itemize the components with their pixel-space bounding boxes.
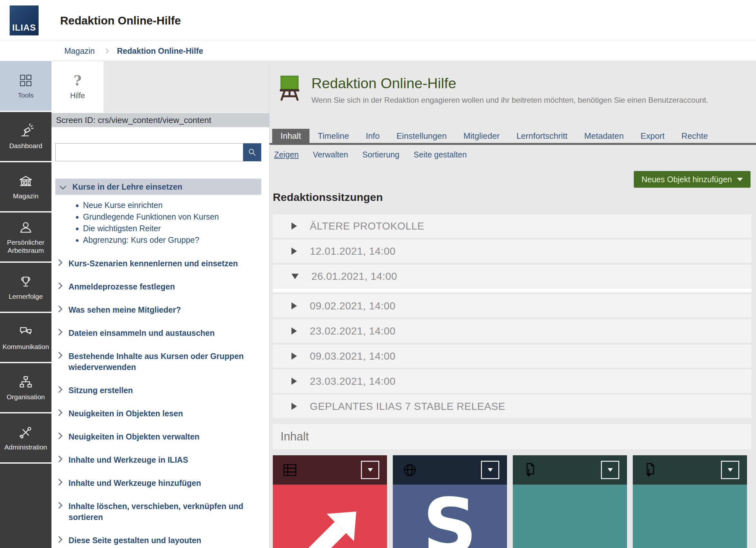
session-unit: 23.03.2021, 14:00 bbox=[273, 370, 751, 393]
tile-menu-button[interactable] bbox=[601, 461, 619, 479]
main-tab[interactable]: Mitglieder bbox=[455, 129, 508, 143]
help-topic-header[interactable]: Inhalte und Werkzeuge in ILIAS bbox=[55, 454, 261, 465]
main-tab[interactable]: Einstellungen bbox=[388, 129, 455, 143]
help-topic-header[interactable]: Sitzung erstellen bbox=[55, 385, 261, 396]
help-topic: Kurs-Szenarien kennenlernen und einsetze… bbox=[55, 258, 261, 269]
help-search-button[interactable] bbox=[243, 143, 261, 161]
chevron-icon bbox=[56, 259, 62, 266]
help-topic-header[interactable]: Dateien einsammeln und austauschen bbox=[55, 328, 261, 339]
screen-id-bar: Screen ID: crs/view_content/view_content bbox=[51, 113, 269, 127]
help-topic-label: Diese Seite gestalten und layouten bbox=[69, 535, 201, 546]
help-topic: Kurse in der Lehre einsetzen Neue Kurse … bbox=[55, 179, 261, 246]
tile-header bbox=[513, 455, 627, 485]
tile-menu-button[interactable] bbox=[361, 461, 379, 479]
sidebar-item[interactable]: Dashboard bbox=[0, 112, 51, 162]
help-search-input[interactable] bbox=[55, 143, 243, 161]
content-tile[interactable] bbox=[273, 455, 387, 548]
grid-icon bbox=[18, 73, 33, 88]
help-topic-header[interactable]: Neuigkeiten in Objekten verwalten bbox=[55, 431, 261, 442]
content-tile[interactable]: S bbox=[393, 455, 507, 548]
sub-tab[interactable]: Zeigen bbox=[274, 150, 299, 159]
session-row[interactable]: GEPLANTES ILIAS 7 STABLE RELEASE bbox=[273, 395, 751, 418]
tile-menu-button[interactable] bbox=[481, 461, 499, 479]
breadcrumb-item-wrap: Redaktion Online-Hilfe bbox=[95, 46, 203, 56]
help-topic-header[interactable]: Was sehen meine Mitglieder? bbox=[55, 304, 261, 315]
main-tab[interactable]: Timeline bbox=[309, 129, 357, 143]
orgchart-icon bbox=[18, 375, 33, 390]
session-label: GEPLANTES ILIAS 7 STABLE RELEASE bbox=[310, 401, 505, 413]
wrench-screwdriver-icon bbox=[18, 425, 33, 440]
sidebar-item[interactable]: Organisation bbox=[0, 363, 51, 413]
caret-down-icon bbox=[368, 468, 373, 472]
session-row[interactable]: 23.03.2021, 14:00 bbox=[273, 370, 751, 393]
help-subtopic-link[interactable]: Grundlegende Funktionen von Kursen bbox=[83, 211, 261, 222]
help-topic-label: Inhalte löschen, verschieben, verknüpfen… bbox=[69, 501, 261, 523]
file-download-icon bbox=[521, 461, 539, 479]
expand-caret-icon bbox=[291, 403, 297, 410]
help-subtopic-link[interactable]: Neue Kurse einrichten bbox=[83, 199, 261, 211]
content-tile[interactable] bbox=[633, 455, 747, 548]
chevron-icon bbox=[56, 329, 62, 336]
sidebar-item[interactable]: Persönlicher Arbeitsraum bbox=[0, 212, 51, 263]
help-topic-header[interactable]: Bestehende Inhalte aus Kursen oder Grupp… bbox=[55, 351, 261, 373]
sidebar-item[interactable]: Administration bbox=[0, 413, 51, 464]
add-object-button[interactable]: Neues Objekt hinzufügen bbox=[634, 171, 751, 188]
main-tab[interactable]: Lernfortschritt bbox=[508, 129, 576, 143]
session-row[interactable]: 09.03.2021, 14:00 bbox=[273, 345, 751, 368]
sub-tab[interactable]: Sortierung bbox=[362, 150, 399, 159]
sidebar-item[interactable]: Lernerfolge bbox=[0, 263, 51, 313]
help-subtopic-link[interactable]: Abgrenzung: Kurs oder Gruppe? bbox=[83, 234, 261, 246]
help-topic-header[interactable]: Neuigkeiten in Objekten lesen bbox=[55, 408, 261, 419]
tile-body bbox=[513, 485, 627, 548]
ilias-logo[interactable]: ILIAS bbox=[10, 5, 39, 35]
sidebar-item[interactable]: Kommunikation bbox=[0, 313, 51, 363]
main-tab[interactable]: Info bbox=[357, 129, 388, 143]
main-tab[interactable]: Inhalt bbox=[272, 129, 309, 143]
session-row[interactable]: 12.01.2021, 14:00 bbox=[273, 239, 751, 263]
session-row[interactable]: ÄLTERE PROTOKOLLE bbox=[273, 214, 751, 237]
sidebar-item[interactable]: Tools bbox=[0, 61, 51, 112]
skype-logo: S bbox=[423, 490, 477, 548]
session-unit: ÄLTERE PROTOKOLLE bbox=[273, 214, 751, 237]
page: ILIAS Redaktion Online-Hilfe Magazin Red… bbox=[0, 0, 756, 548]
lamp-icon bbox=[18, 123, 33, 139]
help-topic-header[interactable]: Kurs-Szenarien kennenlernen und einsetze… bbox=[55, 258, 261, 269]
content-tile[interactable] bbox=[513, 455, 627, 548]
sidebar-item[interactable]: Magazin bbox=[0, 162, 51, 212]
columns: Tools Dashboard Magazin Persönlicher Arb… bbox=[0, 61, 756, 548]
chevron-icon bbox=[56, 502, 62, 509]
session-row[interactable]: 26.01.2021, 14:00 bbox=[273, 265, 751, 288]
breadcrumb-item[interactable]: Redaktion Online-Hilfe bbox=[117, 46, 203, 56]
help-search bbox=[55, 143, 261, 161]
help-topic: Neuigkeiten in Objekten lesen bbox=[55, 408, 261, 419]
session-unit: 12.01.2021, 14:00 bbox=[273, 239, 751, 263]
sub-tab[interactable]: Seite gestalten bbox=[414, 150, 467, 159]
tab-hilfe[interactable]: ? Hilfe bbox=[51, 61, 104, 113]
breadcrumb-item[interactable]: Magazin bbox=[64, 46, 95, 56]
chevron-icon bbox=[56, 432, 62, 439]
help-topic-label: Was sehen meine Mitglieder? bbox=[69, 304, 181, 315]
help-topic-header[interactable]: Inhalte löschen, verschieben, verknüpfen… bbox=[55, 501, 261, 523]
help-topic-label: Inhalte und Werkzeuge in ILIAS bbox=[69, 454, 188, 465]
help-topic: Inhalte und Werkzeuge hinzufügen bbox=[55, 478, 261, 488]
help-topic-header[interactable]: Kurse in der Lehre einsetzen bbox=[55, 179, 261, 195]
main-tab[interactable]: Metadaten bbox=[576, 129, 632, 143]
help-subtopic-link[interactable]: Die wichtigsten Reiter bbox=[83, 222, 261, 234]
session-row[interactable]: 09.02.2021, 14:00 bbox=[273, 294, 751, 318]
chevron-icon bbox=[56, 456, 62, 462]
tile-menu-button[interactable] bbox=[721, 461, 739, 479]
main-tab[interactable]: Rechte bbox=[673, 129, 716, 143]
question-mark-icon: ? bbox=[74, 74, 82, 88]
tile-body bbox=[273, 485, 387, 548]
add-object-button-label: Neues Objekt hinzufügen bbox=[641, 175, 732, 184]
main-tab[interactable]: Export bbox=[632, 129, 673, 143]
help-topic-header[interactable]: Diese Seite gestalten und layouten bbox=[55, 535, 261, 546]
chevron-icon bbox=[56, 386, 62, 393]
help-topic-header[interactable]: Anmeldeprozesse festlegen bbox=[55, 281, 261, 292]
search-icon bbox=[247, 147, 258, 158]
help-topic-header[interactable]: Inhalte und Werkzeuge hinzufügen bbox=[55, 478, 261, 488]
sub-tab[interactable]: Verwalten bbox=[313, 150, 348, 159]
tile-body bbox=[633, 485, 747, 548]
session-row[interactable]: 23.02.2021, 14:00 bbox=[273, 320, 751, 343]
sidebar-item-label: Lernerfolge bbox=[7, 293, 45, 301]
